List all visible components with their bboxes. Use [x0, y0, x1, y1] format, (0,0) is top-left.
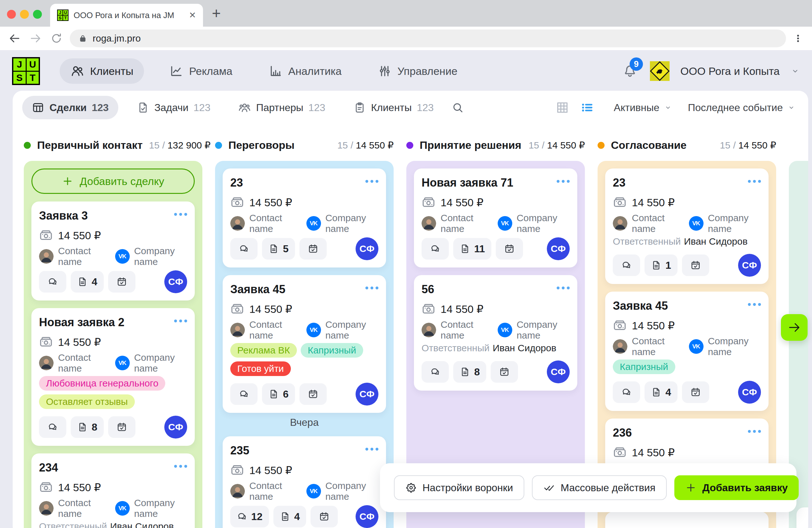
contact-name[interactable]: Contact name [440, 319, 488, 341]
vk-icon[interactable]: VK [498, 323, 512, 337]
deal-card[interactable]: 234 14 550 ₽ Contact name VK Company nam… [31, 454, 195, 528]
tab-partners[interactable]: Партнеры 123 [229, 96, 335, 119]
sort-filter[interactable]: Последнее событие [688, 102, 796, 114]
contact-name[interactable]: Contact name [249, 481, 296, 502]
company-name[interactable]: Company name [517, 213, 570, 234]
lock-icon[interactable] [78, 34, 88, 43]
contact-avatar[interactable] [39, 356, 54, 370]
docs-button[interactable]: 4 [644, 381, 678, 403]
card-menu-button[interactable] [557, 176, 570, 183]
chat-button[interactable] [230, 383, 258, 405]
company-name[interactable]: Company name [517, 319, 570, 341]
card-menu-button[interactable] [748, 426, 761, 433]
vk-icon[interactable]: VK [115, 249, 130, 264]
url-field[interactable]: roga.jm.pro [70, 29, 786, 47]
calendar-button[interactable] [108, 416, 135, 438]
docs-button[interactable]: 8 [71, 416, 104, 438]
chat-button[interactable] [613, 255, 640, 276]
notifications-button[interactable]: 9 [623, 64, 637, 79]
assignee-badge[interactable]: СФ [164, 270, 187, 293]
vk-icon[interactable]: VK [306, 323, 321, 337]
vk-icon[interactable]: VK [689, 339, 704, 354]
card-menu-button[interactable] [365, 444, 378, 451]
card-menu-button[interactable] [748, 299, 761, 306]
contact-avatar[interactable] [230, 484, 245, 499]
just-logo[interactable]: JU ST [12, 57, 40, 85]
nav-item-management[interactable]: Управление [367, 58, 468, 84]
card-menu-button[interactable] [365, 283, 378, 289]
browser-tab[interactable]: JU ST ООО Рога и Копыта на JM ✕ [50, 4, 203, 27]
contact-name[interactable]: Contact name [440, 213, 488, 234]
deal-card[interactable]: Заявка 3 14 550 ₽ Contact name VK Compan… [31, 201, 195, 300]
assignee-badge[interactable]: СФ [547, 360, 570, 383]
new-tab-button[interactable]: + [212, 4, 221, 22]
assignee-badge[interactable]: СФ [547, 237, 570, 260]
contact-avatar[interactable] [230, 216, 245, 231]
company-name[interactable]: Company name [134, 246, 187, 267]
docs-button[interactable]: 11 [453, 238, 491, 259]
calendar-button[interactable] [496, 238, 523, 259]
nav-item-ads[interactable]: Реклама [159, 58, 243, 84]
close-window-button[interactable] [7, 10, 16, 19]
calendar-button[interactable] [491, 361, 518, 383]
company-name[interactable]: Company name [134, 498, 187, 519]
nav-item-clients[interactable]: Клиенты [60, 58, 144, 84]
docs-button[interactable]: 4 [273, 506, 306, 527]
calendar-button[interactable] [310, 506, 338, 527]
docs-button[interactable]: 6 [262, 383, 295, 405]
contact-name[interactable]: Contact name [632, 336, 679, 357]
card-menu-button[interactable] [557, 283, 570, 289]
company-name[interactable]: Company name [708, 213, 761, 234]
chat-button[interactable] [422, 238, 449, 259]
deal-card[interactable]: Новая заявка 71 14 550 ₽ Contact name VK… [414, 169, 577, 268]
list-view-icon[interactable] [580, 101, 594, 115]
card-menu-button[interactable] [365, 176, 378, 183]
tab-tasks[interactable]: Задачи 123 [127, 96, 220, 119]
chat-button[interactable] [613, 381, 640, 403]
card-menu-button[interactable] [174, 461, 187, 468]
vk-icon[interactable]: VK [306, 216, 321, 231]
assignee-badge[interactable]: СФ [356, 505, 378, 528]
docs-button[interactable]: 4 [71, 271, 104, 292]
tab-deals[interactable]: Сделки 123 [22, 96, 118, 119]
contact-name[interactable]: Contact name [58, 352, 105, 374]
calendar-button[interactable] [682, 381, 709, 403]
assignee-badge[interactable]: СФ [356, 237, 378, 260]
docs-button[interactable]: 8 [453, 361, 486, 383]
tab-clients[interactable]: Клиенты 123 [344, 96, 444, 119]
calendar-button[interactable] [108, 271, 135, 292]
contact-avatar[interactable] [613, 216, 627, 231]
assignee-badge[interactable]: СФ [738, 381, 761, 404]
search-icon[interactable] [451, 101, 464, 114]
funnel-settings-button[interactable]: Настройки воронки [394, 475, 524, 500]
chevron-down-icon[interactable] [791, 66, 800, 76]
deal-card[interactable]: 235 14 550 ₽ Contact name VK Company nam… [223, 436, 386, 528]
calendar-button[interactable] [300, 238, 327, 259]
vk-icon[interactable]: VK [498, 216, 512, 231]
back-icon[interactable] [8, 32, 21, 45]
vk-icon[interactable]: VK [689, 216, 704, 231]
calendar-button[interactable] [682, 255, 709, 276]
deal-card-partial[interactable] [796, 508, 808, 528]
card-menu-button[interactable] [174, 316, 187, 323]
browser-menu-icon[interactable] [792, 33, 804, 44]
deal-card[interactable]: Заявка 45 14 550 ₽ Contact name VK Compa… [605, 291, 769, 411]
deal-card[interactable]: 23 14 550 ₽ Contact name VK Company name… [223, 169, 386, 268]
vk-icon[interactable]: VK [306, 484, 321, 499]
contact-avatar[interactable] [422, 216, 436, 231]
vk-icon[interactable]: VK [115, 356, 130, 370]
contact-avatar[interactable] [613, 339, 627, 354]
contact-avatar[interactable] [39, 501, 54, 516]
contact-name[interactable]: Contact name [249, 213, 296, 234]
scroll-right-button[interactable] [781, 314, 808, 341]
vk-icon[interactable]: VK [115, 501, 130, 516]
deal-card[interactable]: 23 14 550 ₽ Contact name VK Company name… [605, 169, 769, 284]
contact-avatar[interactable] [230, 323, 245, 337]
nav-item-analytics[interactable]: Аналитика [258, 58, 352, 84]
maximize-window-button[interactable] [33, 10, 42, 19]
grid-view-icon[interactable] [555, 101, 569, 115]
company-name[interactable]: Company name [325, 481, 378, 502]
contact-avatar[interactable] [39, 249, 54, 264]
chat-button[interactable]: 12 [230, 506, 269, 527]
close-tab-icon[interactable]: ✕ [189, 11, 196, 20]
